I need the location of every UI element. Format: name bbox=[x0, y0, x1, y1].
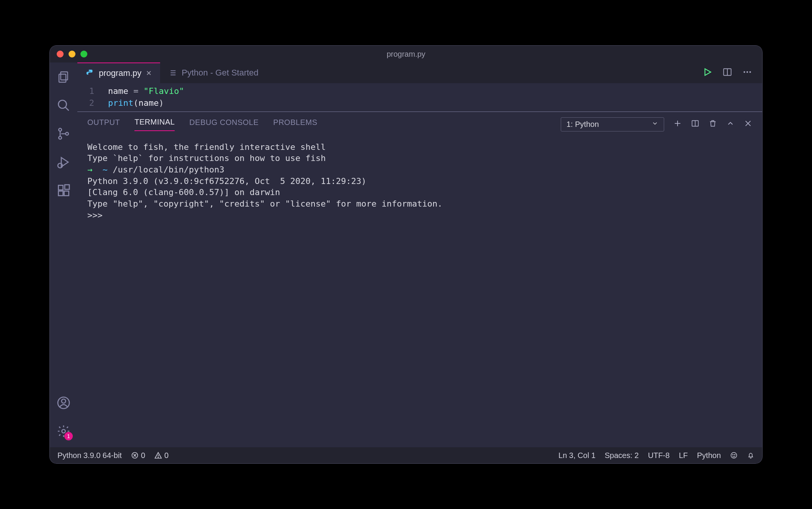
explorer-icon[interactable] bbox=[56, 69, 71, 85]
status-encoding[interactable]: UTF-8 bbox=[648, 451, 670, 460]
activity-bar: 1 bbox=[50, 62, 77, 447]
svg-point-35 bbox=[731, 453, 737, 458]
run-debug-icon[interactable] bbox=[56, 154, 71, 170]
terminal-output[interactable]: Welcome to fish, the friendly interactiv… bbox=[77, 131, 762, 231]
svg-rect-1 bbox=[59, 74, 66, 82]
kill-terminal-icon[interactable] bbox=[709, 119, 717, 129]
status-bar: Python 3.9.0 64-bit 0 0 Ln 3, Col 1 Spac… bbox=[50, 447, 762, 463]
line-number: 1 bbox=[77, 85, 94, 97]
chevron-down-icon bbox=[652, 120, 658, 129]
editor-tab-bar: program.py ✕ Python - Get Started bbox=[77, 62, 762, 83]
close-panel-icon[interactable] bbox=[744, 119, 752, 129]
main-body: 1 program.py ✕ Python - Get Started bbox=[50, 62, 762, 447]
window-close-button[interactable] bbox=[57, 51, 64, 57]
search-icon[interactable] bbox=[56, 98, 71, 113]
svg-line-3 bbox=[65, 107, 69, 111]
titlebar: program.py bbox=[50, 46, 762, 62]
svg-rect-8 bbox=[59, 186, 63, 190]
traffic-lights bbox=[50, 51, 87, 57]
split-editor-icon[interactable] bbox=[722, 67, 732, 79]
status-language[interactable]: Python bbox=[697, 451, 721, 460]
settings-badge: 1 bbox=[64, 432, 73, 440]
accounts-icon[interactable] bbox=[56, 395, 71, 410]
svg-rect-10 bbox=[64, 191, 69, 196]
status-ln-col[interactable]: Ln 3, Col 1 bbox=[558, 451, 596, 460]
settings-icon[interactable]: 1 bbox=[56, 424, 71, 439]
notifications-icon[interactable] bbox=[747, 452, 755, 459]
terminal-selector[interactable]: 1: Python bbox=[561, 117, 664, 131]
feedback-icon[interactable] bbox=[730, 452, 738, 459]
vscode-window: program.py 1 bbox=[50, 46, 762, 463]
more-actions-icon[interactable] bbox=[742, 67, 752, 79]
new-terminal-icon[interactable] bbox=[673, 119, 682, 129]
svg-rect-11 bbox=[65, 185, 69, 189]
svg-point-34 bbox=[158, 457, 158, 457]
source-control-icon[interactable] bbox=[56, 126, 71, 141]
svg-point-5 bbox=[59, 136, 62, 140]
tab-label: program.py bbox=[99, 68, 141, 78]
split-terminal-icon[interactable] bbox=[691, 119, 699, 129]
status-warnings[interactable]: 0 bbox=[154, 451, 169, 460]
status-interpreter[interactable]: Python 3.9.0 64-bit bbox=[57, 451, 122, 460]
panel-tab-output[interactable]: OUTPUT bbox=[87, 118, 120, 131]
tab-python-get-started[interactable]: Python - Get Started bbox=[160, 62, 267, 83]
extensions-icon[interactable] bbox=[56, 183, 71, 198]
python-file-icon bbox=[86, 69, 94, 77]
status-errors[interactable]: 0 bbox=[131, 451, 145, 460]
window-maximize-button[interactable] bbox=[80, 51, 87, 57]
panel-tab-terminal[interactable]: TERMINAL bbox=[134, 118, 175, 131]
tab-program-py[interactable]: program.py ✕ bbox=[77, 62, 160, 83]
window-minimize-button[interactable] bbox=[69, 51, 75, 57]
code-editor[interactable]: 1 2 name = "Flavio"print(name) bbox=[77, 83, 762, 112]
svg-point-2 bbox=[59, 100, 67, 108]
tab-label: Python - Get Started bbox=[182, 68, 259, 78]
editor-actions bbox=[702, 62, 762, 83]
run-button-icon[interactable] bbox=[702, 67, 712, 79]
svg-point-4 bbox=[59, 128, 62, 131]
svg-point-14 bbox=[62, 430, 65, 433]
panel-controls: 1: Python bbox=[561, 117, 752, 131]
panel-tab-problems[interactable]: PROBLEMS bbox=[273, 118, 317, 131]
svg-point-37 bbox=[735, 455, 735, 455]
svg-marker-18 bbox=[705, 69, 711, 75]
panel-tab-bar: OUTPUT TERMINAL DEBUG CONSOLE PROBLEMS 1… bbox=[77, 112, 762, 131]
line-number: 2 bbox=[77, 97, 94, 109]
svg-point-36 bbox=[733, 455, 733, 455]
bottom-panel: OUTPUT TERMINAL DEBUG CONSOLE PROBLEMS 1… bbox=[77, 112, 762, 447]
svg-point-23 bbox=[749, 71, 751, 73]
status-spaces[interactable]: Spaces: 2 bbox=[605, 451, 639, 460]
svg-rect-9 bbox=[59, 191, 63, 196]
code-content: name = "Flavio"print(name) bbox=[108, 85, 184, 109]
svg-point-13 bbox=[62, 399, 66, 403]
svg-point-22 bbox=[747, 71, 748, 73]
svg-point-21 bbox=[743, 71, 745, 73]
status-eol[interactable]: LF bbox=[679, 451, 688, 460]
svg-point-6 bbox=[65, 132, 69, 135]
line-number-gutter: 1 2 bbox=[77, 85, 108, 109]
panel-tab-debug-console[interactable]: DEBUG CONSOLE bbox=[189, 118, 259, 131]
terminal-selector-label: 1: Python bbox=[566, 120, 599, 129]
svg-rect-0 bbox=[61, 72, 68, 80]
close-icon[interactable]: ✕ bbox=[146, 69, 152, 77]
content-area: program.py ✕ Python - Get Started bbox=[77, 62, 762, 447]
maximize-panel-icon[interactable] bbox=[726, 119, 735, 129]
list-icon bbox=[169, 69, 177, 77]
window-title: program.py bbox=[386, 50, 425, 59]
